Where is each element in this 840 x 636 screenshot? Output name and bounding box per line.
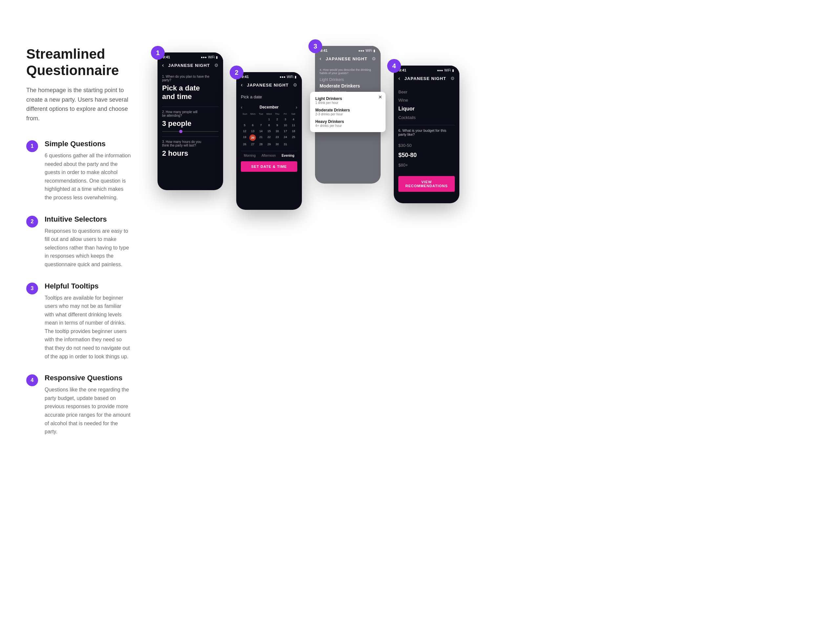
phone-1-q3-label: 3. How many hours do youthink the party … bbox=[162, 140, 218, 147]
cal-cell-24[interactable]: 24 bbox=[281, 134, 289, 141]
tooltip-item-moderate: Moderate Drinkers 2-3 drinks per hour bbox=[315, 108, 380, 116]
set-date-btn[interactable]: SET DATE & TIME bbox=[241, 161, 297, 172]
phone-3-question-label: 4. How would you describe the drinking h… bbox=[320, 68, 376, 75]
cal-cell-1[interactable]: 1 bbox=[265, 117, 273, 122]
phone-2-cal-nav: ‹ December › bbox=[241, 105, 297, 110]
phone-1-q3-answer: 2 hours bbox=[162, 149, 218, 158]
feature-badge-1: 1 bbox=[26, 140, 38, 152]
cal-cell-31[interactable]: 31 bbox=[281, 142, 289, 147]
phone-2-wrapper: 2 9:41 ●●● WiFi ▮ ‹ JAPANESE NIGHT ⚙ Pic bbox=[236, 72, 302, 210]
phone-2-title: JAPANESE NIGHT bbox=[243, 83, 293, 88]
cal-cell-28[interactable]: 28 bbox=[257, 142, 265, 147]
phone-1-content: 1. When do you plan to have the party? P… bbox=[158, 71, 223, 165]
tooltip-light-title: Light Drinkers bbox=[315, 96, 380, 101]
budget-80-plus[interactable]: $80+ bbox=[398, 161, 455, 170]
cal-cell-10[interactable]: 10 bbox=[281, 123, 289, 128]
phone-2: 9:41 ●●● WiFi ▮ ‹ JAPANESE NIGHT ⚙ Pick … bbox=[236, 72, 302, 210]
cal-cell[interactable] bbox=[257, 117, 265, 122]
cal-cell-3[interactable]: 3 bbox=[281, 117, 289, 122]
cal-cell-26[interactable]: 26 bbox=[241, 142, 248, 147]
phone-4-content: Beer Wine Liquor Cocktails 6. What is yo… bbox=[394, 84, 459, 196]
budget-50-80[interactable]: $50-80 bbox=[398, 150, 455, 161]
cal-cell-19[interactable]: 19 bbox=[241, 134, 248, 141]
signal-icon-4: ●●● bbox=[437, 69, 443, 72]
cal-cell-16[interactable]: 16 bbox=[273, 129, 281, 134]
tooltip-close-btn[interactable]: ✕ bbox=[378, 94, 382, 100]
cal-cell-15[interactable]: 15 bbox=[265, 129, 273, 134]
cal-cell-29[interactable]: 29 bbox=[265, 142, 273, 147]
cal-cell-9[interactable]: 9 bbox=[273, 123, 281, 128]
phone-4-badge: 4 bbox=[387, 59, 401, 73]
phone-1-status-icons: ●●● WiFi ▮ bbox=[201, 55, 218, 59]
cal-cell-6[interactable]: 6 bbox=[249, 123, 257, 128]
drink-beer[interactable]: Beer bbox=[398, 88, 455, 96]
phone-3-wrapper: 3 9:41 ●●● WiFi ▮ ‹ JAPANESE NIGHT ⚙ 4. bbox=[315, 46, 381, 184]
phone-2-status-bar: 9:41 ●●● WiFi ▮ bbox=[236, 72, 302, 80]
cal-days-header: Sun Mon Tue Wed Thu Fri Sat bbox=[241, 112, 297, 115]
time-evening[interactable]: Evening bbox=[281, 154, 294, 157]
drink-wine[interactable]: Wine bbox=[398, 96, 455, 104]
battery-icon-2: ▮ bbox=[295, 75, 297, 79]
phone-4-settings-icon[interactable]: ⚙ bbox=[450, 76, 455, 81]
phones-panel: 1 9:41 ●●● WiFi ▮ ‹ JAPANESE NIGHT ⚙ 1. bbox=[158, 39, 814, 449]
cal-cell bbox=[290, 142, 297, 147]
cal-day-wed: Wed bbox=[265, 112, 273, 115]
tooltip-item-light: Light Drinkers 1 drink per hour bbox=[315, 96, 380, 105]
feature-title-1: Simple Questions bbox=[45, 140, 131, 148]
cal-cell-5[interactable]: 5 bbox=[241, 123, 248, 128]
cal-cell-7[interactable]: 7 bbox=[257, 123, 265, 128]
tooltip-box: ✕ Light Drinkers 1 drink per hour Modera… bbox=[310, 92, 385, 132]
cal-cell-2[interactable]: 2 bbox=[273, 117, 281, 122]
cal-cell-25[interactable]: 25 bbox=[290, 134, 297, 141]
cal-cell-30[interactable]: 30 bbox=[273, 142, 281, 147]
phone-2-header: ‹ JAPANESE NIGHT ⚙ bbox=[236, 80, 302, 90]
phone-1-wrapper: 1 9:41 ●●● WiFi ▮ ‹ JAPANESE NIGHT ⚙ 1. bbox=[158, 52, 223, 190]
phone-1-q1-answer: Pick a dateand time bbox=[162, 84, 218, 101]
phone-1-status-bar: 9:41 ●●● WiFi ▮ bbox=[158, 52, 223, 60]
left-panel: StreamlinedQuestionnaire The homepage is… bbox=[26, 39, 131, 449]
cal-prev-arrow[interactable]: ‹ bbox=[241, 105, 243, 110]
phone-2-content: Pick a date ‹ December › Sun Mon Tue Wed… bbox=[236, 90, 302, 176]
cal-cell-20-today[interactable]: 20 bbox=[249, 134, 256, 141]
phone-3-moderate: Moderate Drinkers bbox=[320, 83, 376, 88]
phone-3-settings-icon[interactable]: ⚙ bbox=[372, 56, 376, 61]
phone-3-header: ‹ JAPANESE NIGHT ⚙ bbox=[315, 54, 381, 64]
drink-liquor[interactable]: Liquor bbox=[398, 104, 455, 113]
cal-cell-21[interactable]: 21 bbox=[257, 134, 265, 141]
cal-cell-17[interactable]: 17 bbox=[281, 129, 289, 134]
cal-cell-23[interactable]: 23 bbox=[273, 134, 281, 141]
drink-cocktails[interactable]: Cocktails bbox=[398, 113, 455, 122]
phone-4: 9:41 ●●● WiFi ▮ ‹ JAPANESE NIGHT ⚙ Beer … bbox=[394, 66, 459, 203]
cal-cell-12[interactable]: 12 bbox=[241, 129, 248, 134]
phone-4-title: JAPANESE NIGHT bbox=[400, 76, 450, 81]
phone-2-settings-icon[interactable]: ⚙ bbox=[293, 82, 297, 88]
cal-cell-14[interactable]: 14 bbox=[257, 129, 265, 134]
time-morning[interactable]: Morning bbox=[244, 154, 256, 157]
budget-30-50[interactable]: $30-50 bbox=[398, 141, 455, 150]
feature-badge-2: 2 bbox=[26, 216, 38, 228]
time-afternoon[interactable]: Afternoon bbox=[262, 154, 276, 157]
phone-3-status-bar: 9:41 ●●● WiFi ▮ bbox=[315, 46, 381, 54]
cal-cell-27[interactable]: 27 bbox=[249, 142, 257, 147]
feature-desc-2: Responses to questions are easy to fill … bbox=[45, 227, 131, 269]
phone-2-pick-date: Pick a date bbox=[241, 94, 297, 99]
signal-icon-3: ●●● bbox=[358, 49, 364, 52]
cal-cell-22[interactable]: 22 bbox=[265, 134, 273, 141]
cal-cell[interactable] bbox=[241, 117, 248, 122]
phone-3-status-icons: ●●● WiFi ▮ bbox=[358, 49, 375, 52]
feature-badge-4: 4 bbox=[26, 375, 38, 386]
time-selector: Morning Afternoon Evening bbox=[241, 151, 297, 157]
phone-1-settings-icon[interactable]: ⚙ bbox=[214, 63, 218, 68]
cal-cell[interactable] bbox=[249, 117, 257, 122]
cal-cell-13[interactable]: 13 bbox=[249, 129, 257, 134]
feature-desc-4: Questions like the one regarding the par… bbox=[45, 386, 131, 436]
phone-1-badge: 1 bbox=[151, 46, 165, 60]
phone-3-title: JAPANESE NIGHT bbox=[321, 57, 372, 61]
signal-icon-2: ●●● bbox=[279, 75, 286, 79]
tooltip-heavy-title: Heavy Drinkers bbox=[315, 119, 380, 124]
main-description: The homepage is the starting point to cr… bbox=[26, 85, 131, 123]
cal-cell-8[interactable]: 8 bbox=[265, 123, 273, 128]
cal-grid: 1 2 3 4 5 6 7 8 9 10 11 12 13 14 bbox=[241, 117, 297, 147]
view-rec-btn[interactable]: VIEW RECOMMENDATIONS bbox=[398, 176, 455, 192]
phone-1-slider[interactable] bbox=[162, 131, 218, 132]
